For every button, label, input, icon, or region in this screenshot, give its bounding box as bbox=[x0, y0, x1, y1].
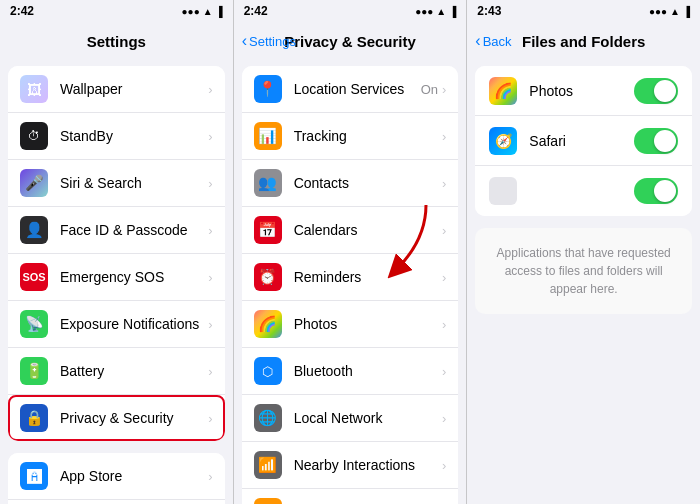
settings-siri[interactable]: 🎤 Siri & Search › bbox=[8, 160, 225, 207]
location-label: Location Services bbox=[294, 81, 421, 97]
files-section: 🌈 Photos 🧭 Safari bbox=[475, 66, 692, 216]
reminders-label: Reminders bbox=[294, 269, 442, 285]
settings-faceid[interactable]: 👤 Face ID & Passcode › bbox=[8, 207, 225, 254]
signal-icon: ●●● bbox=[182, 6, 200, 17]
standby-icon: ⏱ bbox=[20, 122, 48, 150]
nearby-icon: 📶 bbox=[254, 451, 282, 479]
settings-privacy[interactable]: 🔒 Privacy & Security › bbox=[8, 395, 225, 441]
reminders-chevron: › bbox=[442, 270, 446, 285]
photos-label: Photos bbox=[294, 316, 442, 332]
siri-icon: 🎤 bbox=[20, 169, 48, 197]
appstore-icon: 🅰 bbox=[20, 462, 48, 490]
status-icons-3: ●●● ▲ ▐ bbox=[649, 6, 690, 17]
battery-chevron: › bbox=[208, 364, 212, 379]
privacy-localnetwork[interactable]: 🌐 Local Network › bbox=[242, 395, 459, 442]
nearby-label: Nearby Interactions bbox=[294, 457, 442, 473]
privacy-contacts[interactable]: 👥 Contacts › bbox=[242, 160, 459, 207]
privacy-microphone[interactable]: 🎙 Microphone › bbox=[242, 489, 459, 504]
settings-exposure[interactable]: 📡 Exposure Notifications › bbox=[8, 301, 225, 348]
nav-bar-1: Settings bbox=[0, 22, 233, 60]
status-bar-2: 2:42 ●●● ▲ ▐ bbox=[234, 0, 467, 22]
back-button-2[interactable]: ‹ Settings bbox=[242, 32, 296, 50]
files-list: 🌈 Photos 🧭 Safari bbox=[467, 60, 700, 504]
battery-label: Battery bbox=[60, 363, 208, 379]
bluetooth-chevron: › bbox=[442, 364, 446, 379]
back-label-3: Back bbox=[483, 34, 512, 49]
files-extra-icon bbox=[489, 177, 517, 205]
signal-icon-3: ●●● bbox=[649, 6, 667, 17]
settings-emergency[interactable]: SOS Emergency SOS › bbox=[8, 254, 225, 301]
settings-wallpaper[interactable]: 🖼 Wallpaper › bbox=[8, 66, 225, 113]
privacy-icon: 🔒 bbox=[20, 404, 48, 432]
photos-toggle[interactable] bbox=[634, 78, 678, 104]
privacy-calendars[interactable]: 📅 Calendars › bbox=[242, 207, 459, 254]
location-value: On bbox=[421, 82, 438, 97]
microphone-icon: 🎙 bbox=[254, 498, 282, 504]
time-3: 2:43 bbox=[477, 4, 501, 18]
localnetwork-chevron: › bbox=[442, 411, 446, 426]
files-empty-state: Applications that have requested access … bbox=[475, 228, 692, 314]
files-safari-toggle-row[interactable]: 🧭 Safari bbox=[475, 116, 692, 166]
wallpaper-chevron: › bbox=[208, 82, 212, 97]
calendars-icon: 📅 bbox=[254, 216, 282, 244]
emergency-chevron: › bbox=[208, 270, 212, 285]
privacy-bluetooth[interactable]: ⬡ Bluetooth › bbox=[242, 348, 459, 395]
extra-toggle[interactable] bbox=[634, 178, 678, 204]
privacy-location[interactable]: 📍 Location Services On › bbox=[242, 66, 459, 113]
privacy-nearby[interactable]: 📶 Nearby Interactions › bbox=[242, 442, 459, 489]
signal-icon-2: ●●● bbox=[415, 6, 433, 17]
panel-settings: 2:42 ●●● ▲ ▐ Settings 🖼 Wallpaper › ⏱ St… bbox=[0, 0, 234, 504]
calendars-chevron: › bbox=[442, 223, 446, 238]
privacy-reminders[interactable]: ⏰ Reminders › bbox=[242, 254, 459, 301]
privacy-photos[interactable]: 🌈 Photos › bbox=[242, 301, 459, 348]
siri-chevron: › bbox=[208, 176, 212, 191]
files-extra-toggle-row[interactable] bbox=[475, 166, 692, 216]
bluetooth-icon: ⬡ bbox=[254, 357, 282, 385]
privacy-tracking[interactable]: 📊 Tracking › bbox=[242, 113, 459, 160]
extra-toggle-knob bbox=[654, 180, 676, 202]
status-bar-1: 2:42 ●●● ▲ ▐ bbox=[0, 0, 233, 22]
reminders-icon: ⏰ bbox=[254, 263, 282, 291]
back-chevron-3: ‹ bbox=[475, 32, 480, 50]
emergency-label: Emergency SOS bbox=[60, 269, 208, 285]
panel-privacy: 2:42 ●●● ▲ ▐ ‹ Settings Privacy & Securi… bbox=[234, 0, 468, 504]
back-button-3[interactable]: ‹ Back bbox=[475, 32, 511, 50]
nav-bar-3: ‹ Back Files and Folders bbox=[467, 22, 700, 60]
settings-section-1: 🖼 Wallpaper › ⏱ StandBy › 🎤 Siri & Searc… bbox=[8, 66, 225, 441]
battery-icon-3: ▐ bbox=[683, 6, 690, 17]
localnetwork-label: Local Network bbox=[294, 410, 442, 426]
tracking-chevron: › bbox=[442, 129, 446, 144]
faceid-icon: 👤 bbox=[20, 216, 48, 244]
privacy-list: 📍 Location Services On › 📊 Tracking › 👥 … bbox=[234, 60, 467, 504]
files-photos-toggle-row[interactable]: 🌈 Photos bbox=[475, 66, 692, 116]
wallpaper-label: Wallpaper bbox=[60, 81, 208, 97]
exposure-chevron: › bbox=[208, 317, 212, 332]
wallpaper-icon: 🖼 bbox=[20, 75, 48, 103]
safari-toggle[interactable] bbox=[634, 128, 678, 154]
contacts-icon: 👥 bbox=[254, 169, 282, 197]
status-icons-1: ●●● ▲ ▐ bbox=[182, 6, 223, 17]
settings-appstore[interactable]: 🅰 App Store › bbox=[8, 453, 225, 500]
files-safari-label: Safari bbox=[529, 133, 634, 149]
settings-standby[interactable]: ⏱ StandBy › bbox=[8, 113, 225, 160]
settings-battery[interactable]: 🔋 Battery › bbox=[8, 348, 225, 395]
photos-toggle-knob bbox=[654, 80, 676, 102]
nav-bar-2: ‹ Settings Privacy & Security bbox=[234, 22, 467, 60]
contacts-label: Contacts bbox=[294, 175, 442, 191]
appstore-label: App Store bbox=[60, 468, 208, 484]
back-chevron-2: ‹ bbox=[242, 32, 247, 50]
time-1: 2:42 bbox=[10, 4, 34, 18]
files-photos-icon: 🌈 bbox=[489, 77, 517, 105]
settings-wallet[interactable]: 💳 Wallet & Apple Pay › bbox=[8, 500, 225, 504]
battery-icon: ▐ bbox=[216, 6, 223, 17]
settings-list: 🖼 Wallpaper › ⏱ StandBy › 🎤 Siri & Searc… bbox=[0, 60, 233, 504]
battery-icon-2: ▐ bbox=[449, 6, 456, 17]
wifi-icon-2: ▲ bbox=[436, 6, 446, 17]
status-icons-2: ●●● ▲ ▐ bbox=[415, 6, 456, 17]
battery-icon-item: 🔋 bbox=[20, 357, 48, 385]
files-safari-icon: 🧭 bbox=[489, 127, 517, 155]
tracking-icon: 📊 bbox=[254, 122, 282, 150]
files-folders-title: Files and Folders bbox=[522, 33, 645, 50]
standby-chevron: › bbox=[208, 129, 212, 144]
files-photos-label: Photos bbox=[529, 83, 634, 99]
